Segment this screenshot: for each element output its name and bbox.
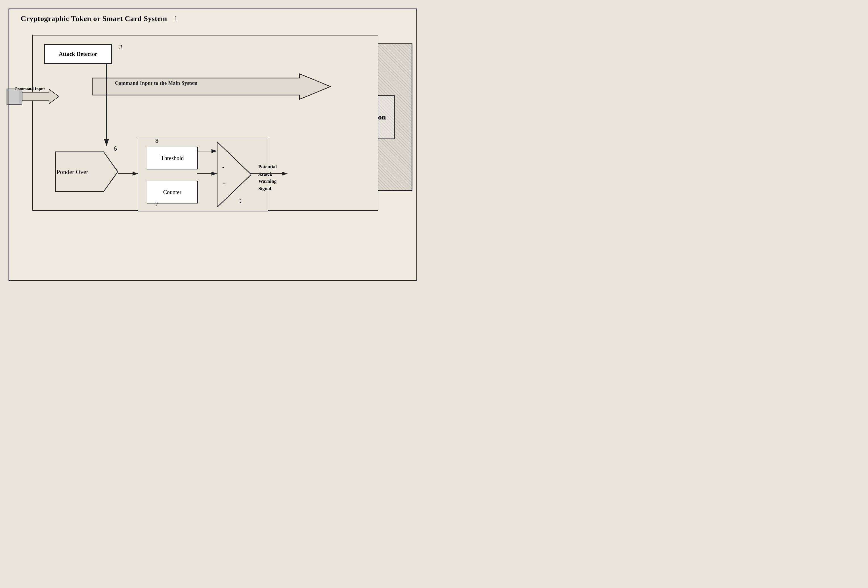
big-arrow-container <box>92 72 331 101</box>
svg-rect-13 <box>6 89 9 105</box>
number-9: 9 <box>238 197 242 205</box>
svg-text:-: - <box>222 163 224 170</box>
outer-title: Cryptographic Token or Smart Card System <box>21 15 167 23</box>
number-3: 3 <box>119 43 123 51</box>
svg-text:Ponder Over: Ponder Over <box>56 168 88 175</box>
svg-marker-1 <box>217 142 251 207</box>
number-7: 7 <box>155 200 158 208</box>
command-input-label: Command Input <box>15 87 45 91</box>
warning-signal-label: Potential Attack Warning Signal <box>258 163 277 192</box>
counter-box: Counter <box>147 181 198 203</box>
attack-detector-box: Attack Detector <box>44 44 112 64</box>
svg-marker-15 <box>22 89 59 103</box>
svg-marker-0 <box>92 74 331 99</box>
command-input-main-label: Command Input to the Main System <box>115 80 198 86</box>
outer-system-box: Cryptographic Token or Smart Card System… <box>9 9 417 281</box>
comparator-triangle: - + <box>217 142 251 207</box>
svg-text:+: + <box>222 180 226 187</box>
ponder-over-box: Ponder Over <box>55 149 118 195</box>
number-8: 8 <box>155 137 158 144</box>
threshold-box: Threshold <box>147 147 198 169</box>
inner-system-box: Attack Detector 3 Command Input to the M… <box>32 35 378 211</box>
attack-detector-label: Attack Detector <box>59 51 97 57</box>
counter-label: Counter <box>163 189 182 196</box>
number-1: 1 <box>174 15 178 23</box>
threshold-label: Threshold <box>161 155 184 162</box>
